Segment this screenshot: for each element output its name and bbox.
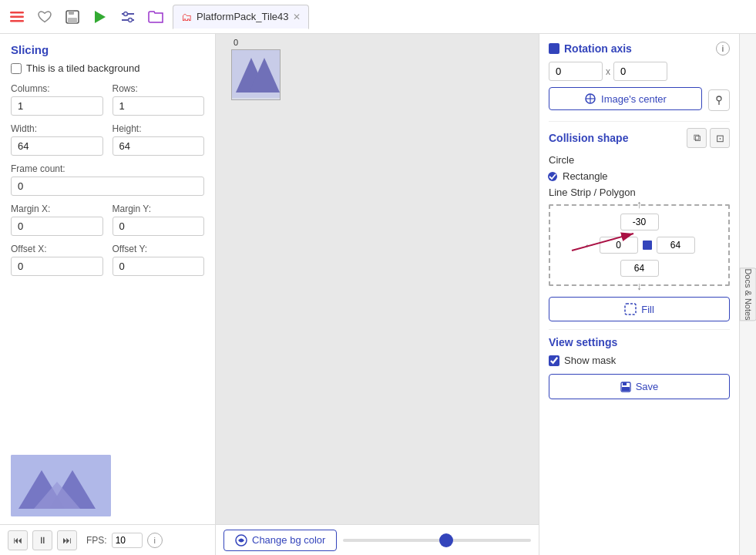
tab-close-button[interactable]: ✕	[293, 12, 301, 22]
sliders-icon[interactable]	[117, 6, 139, 28]
box-mid-row: ←	[584, 237, 695, 254]
collision-shape-section: Collision shape ⧉ ⊡	[549, 128, 730, 148]
svg-point-9	[124, 12, 128, 15]
svg-rect-29	[622, 387, 630, 391]
margin-y-group: Margin Y:	[113, 204, 205, 236]
change-bg-label: Change bg color	[252, 534, 325, 546]
show-mask-checkbox[interactable]	[549, 355, 559, 366]
box-top-input[interactable]	[620, 214, 659, 230]
save-button[interactable]: Save	[549, 374, 730, 399]
change-bg-button[interactable]: Change bg color	[223, 530, 337, 551]
fps-label: FPS:	[86, 535, 107, 546]
pause-button[interactable]: ⏸	[32, 530, 52, 550]
save-label: Save	[636, 381, 659, 392]
collision-buttons: ⧉ ⊡	[687, 128, 730, 148]
prev-frame-button[interactable]: ⏮	[8, 530, 28, 550]
svg-rect-28	[623, 382, 627, 385]
left-arrow-icon: ←	[584, 239, 595, 251]
divider1	[549, 121, 730, 122]
bg-slider-track[interactable]	[343, 539, 531, 542]
box-bottom-input[interactable]	[620, 260, 659, 277]
line-strip-radio-row: Line Strip / Polygon	[549, 187, 730, 198]
change-bg-bar: Change bg color	[216, 524, 539, 555]
main-area: Slicing This is a tiled background Colum…	[0, 34, 756, 555]
margin-y-input[interactable]	[113, 217, 205, 236]
tab-name: PlatformPack_Tile43	[197, 11, 288, 22]
rotation-axis-title: Rotation axis	[564, 42, 632, 55]
docs-notes-tab-container: Docs & Notes	[739, 34, 756, 555]
next-frame-button[interactable]: ⏭	[57, 530, 77, 550]
width-height-row: Width: Height:	[11, 123, 204, 156]
save-icon[interactable]	[62, 6, 83, 28]
frame-count-label: Frame count:	[11, 163, 204, 174]
margin-x-label: Margin X:	[11, 204, 103, 214]
hamburger-icon[interactable]	[6, 6, 28, 28]
frame-count-input[interactable]	[11, 177, 204, 196]
rows-input[interactable]	[113, 96, 205, 116]
columns-rows-row: Columns: Rows:	[11, 83, 204, 116]
axis-x-input[interactable]	[549, 62, 603, 81]
bottom-bar: ⏮ ⏸ ⏭ FPS: i	[0, 524, 215, 555]
sprite-frame-label: 0	[234, 38, 238, 47]
play-icon[interactable]	[89, 6, 111, 28]
topbar: 🗂 PlatformPack_Tile43 ✕	[0, 0, 756, 34]
rotation-axis-icon	[549, 43, 559, 54]
heart-icon[interactable]	[34, 6, 55, 28]
fps-input[interactable]	[112, 533, 143, 548]
rotation-axis-info-icon[interactable]: i	[716, 42, 730, 56]
show-mask-row: Show mask	[549, 355, 730, 366]
width-input[interactable]	[11, 136, 103, 156]
bg-slider-thumb[interactable]	[439, 533, 453, 547]
height-label: Height:	[113, 123, 205, 134]
check-icon	[547, 171, 558, 182]
paint-icon	[235, 534, 247, 547]
height-group: Height:	[113, 123, 205, 156]
tiled-bg-checkbox[interactable]	[11, 63, 22, 74]
active-tab[interactable]: 🗂 PlatformPack_Tile43 ✕	[173, 5, 309, 29]
pin-icon	[714, 95, 724, 106]
box-right-input[interactable]	[657, 237, 695, 254]
circle-label: Circle	[549, 154, 574, 166]
svg-rect-26	[625, 304, 636, 314]
svg-point-24	[548, 172, 557, 181]
pin-button[interactable]	[708, 89, 730, 111]
rectangle-radio-row: Rectangle	[549, 170, 730, 182]
image-center-button[interactable]: Image's center	[549, 87, 702, 110]
offset-y-group: Offset Y:	[113, 244, 205, 276]
svg-rect-0	[10, 12, 24, 14]
offset-y-input[interactable]	[113, 257, 205, 276]
folder-icon[interactable]	[145, 6, 166, 28]
offset-x-input[interactable]	[11, 257, 103, 276]
axis-y-input[interactable]	[613, 62, 667, 81]
offset-y-label: Offset Y:	[113, 244, 205, 254]
center-canvas: 0 Change bg color	[216, 34, 539, 555]
line-strip-label: Line Strip / Polygon	[549, 187, 636, 198]
svg-rect-1	[10, 15, 24, 18]
height-input[interactable]	[113, 136, 205, 156]
svg-point-10	[129, 18, 133, 22]
collision-paste-button[interactable]: ⊡	[710, 128, 730, 148]
margin-row: Margin X: Margin Y:	[11, 204, 204, 236]
slicing-title: Slicing	[11, 43, 204, 56]
fill-button[interactable]: Fill	[549, 297, 730, 321]
box-center-dot	[643, 240, 652, 250]
box-left-input[interactable]	[600, 237, 638, 254]
svg-marker-6	[95, 11, 106, 23]
divider2	[549, 329, 730, 330]
collision-shape-title: Collision shape	[549, 132, 628, 144]
rectangle-label: Rectangle	[563, 170, 608, 182]
columns-input[interactable]	[11, 96, 103, 116]
tiled-bg-row: This is a tiled background	[11, 62, 204, 74]
width-label: Width:	[11, 123, 103, 134]
collision-box-container: ↑ ← ↓	[549, 204, 730, 286]
collision-copy-button[interactable]: ⧉	[687, 128, 707, 148]
frame-count-group: Frame count:	[11, 163, 204, 196]
docs-notes-tab[interactable]: Docs & Notes	[740, 267, 757, 321]
margin-x-input[interactable]	[11, 217, 103, 236]
collision-box: ↑ ← ↓	[549, 204, 730, 286]
sprite-frame: 0	[231, 49, 281, 102]
rotation-axis-section: Rotation axis i	[549, 42, 730, 56]
info-icon[interactable]: i	[147, 533, 163, 548]
canvas-area: 0	[216, 34, 539, 555]
circle-radio-row: Circle	[549, 154, 730, 166]
